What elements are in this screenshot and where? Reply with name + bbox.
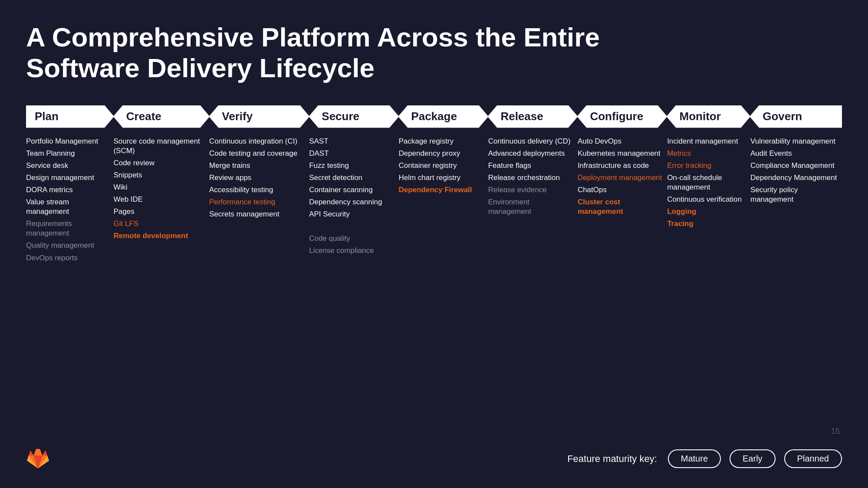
- list-item: Tracing: [667, 219, 746, 229]
- list-item: Deployment management: [578, 173, 663, 183]
- list-item: Snippets: [113, 170, 205, 180]
- list-item: Logging: [667, 207, 746, 216]
- page-container: A Comprehensive Platform Across the Enti…: [0, 0, 868, 488]
- list-item: DevOps reports: [26, 253, 109, 263]
- maturity-badge-planned[interactable]: Planned: [784, 449, 842, 468]
- list-item: Feature flags: [488, 161, 573, 170]
- lifecycle-container: Plan Create Verify Secure Package Releas…: [26, 105, 842, 438]
- maturity-key-label: Feature maturity key:: [567, 453, 657, 465]
- list-item: Design management: [26, 173, 109, 183]
- list-item: Source code management (SCM): [113, 137, 205, 156]
- phase-header-govern: Govern: [750, 105, 842, 128]
- phase-header-release: Release: [487, 105, 578, 128]
- list-item: Team Planning: [26, 149, 109, 158]
- phase-column-verify: Continuous integration (CI) Code testing…: [209, 137, 309, 438]
- list-item: Continuous integration (CI): [209, 137, 305, 146]
- maturity-badge-mature[interactable]: Mature: [668, 449, 721, 468]
- phase-headers: Plan Create Verify Secure Package Releas…: [26, 105, 842, 128]
- phase-header-create: Create: [113, 105, 210, 128]
- phase-header-configure: Configure: [577, 105, 667, 128]
- list-item: Continuous delivery (CD): [488, 137, 573, 146]
- maturity-key: Feature maturity key: Mature Early Plann…: [567, 449, 842, 468]
- list-item: Container scanning: [309, 185, 394, 195]
- list-item: Code review: [113, 158, 205, 168]
- list-item: Continuous verification: [667, 195, 746, 204]
- list-item: Release orchestration: [488, 173, 573, 183]
- list-item: Remote development: [113, 231, 205, 241]
- list-item: Secret detection: [309, 173, 394, 183]
- phase-columns: Portfolio Management Team Planning Servi…: [26, 137, 842, 438]
- list-item: Compliance Management: [750, 161, 838, 170]
- list-item: Advanced deployments: [488, 149, 573, 158]
- phase-column-govern: Vulnerability management Audit Events Co…: [750, 137, 842, 438]
- phase-header-monitor: Monitor: [666, 105, 750, 128]
- list-item: DAST: [309, 149, 394, 158]
- list-item: Accessibility testing: [209, 185, 305, 195]
- list-item: Auto DevOps: [578, 137, 663, 146]
- list-item: Helm chart registry: [398, 173, 483, 183]
- list-item: Pages: [113, 207, 205, 216]
- list-item: Git LFS: [113, 219, 205, 229]
- phase-column-secure: SAST DAST Fuzz testing Secret detection …: [309, 137, 398, 438]
- list-item: Web IDE: [113, 195, 205, 204]
- list-item: [309, 222, 394, 231]
- list-item: SAST: [309, 137, 394, 146]
- list-item: On-call schedule management: [667, 173, 746, 192]
- list-item: Performance testing: [209, 197, 305, 207]
- phase-header-plan: Plan: [26, 105, 114, 128]
- list-item: Wiki: [113, 183, 205, 192]
- list-item: Incident management: [667, 137, 746, 146]
- list-item: Security policy management: [750, 185, 838, 204]
- list-item: Vulnerability management: [750, 137, 838, 146]
- list-item: Dependency Management: [750, 173, 838, 183]
- list-item: Container registry: [398, 161, 483, 170]
- list-item: Requirements management: [26, 219, 109, 238]
- phase-header-secure: Secure: [309, 105, 399, 128]
- list-item: DORA metrics: [26, 185, 109, 195]
- list-item: Review apps: [209, 173, 305, 183]
- list-item: Error tracking: [667, 161, 746, 170]
- phase-column-configure: Auto DevOps Kubernetes management Infras…: [578, 137, 667, 438]
- list-item: API Security: [309, 210, 394, 219]
- phase-column-release: Continuous delivery (CD) Advanced deploy…: [488, 137, 578, 438]
- list-item: Dependency proxy: [398, 149, 483, 158]
- phase-column-create: Source code management (SCM) Code review…: [113, 137, 209, 438]
- list-item: Audit Events: [750, 149, 838, 158]
- phase-column-plan: Portfolio Management Team Planning Servi…: [26, 137, 113, 438]
- list-item: Merge trains: [209, 161, 305, 170]
- list-item: Dependency scanning: [309, 197, 394, 207]
- list-item: Code testing and coverage: [209, 149, 305, 158]
- list-item: Metrics: [667, 149, 746, 158]
- phase-header-package: Package: [398, 105, 488, 128]
- phase-header-verify: Verify: [209, 105, 309, 128]
- bottom-bar: Feature maturity key: Mature Early Plann…: [26, 447, 842, 471]
- list-item: Cluster cost management: [578, 197, 663, 216]
- list-item: License compliance: [309, 246, 394, 255]
- maturity-badge-early[interactable]: Early: [730, 449, 776, 468]
- list-item: Quality management: [26, 241, 109, 250]
- gitlab-logo: [26, 447, 50, 471]
- page-number: 15: [831, 427, 840, 436]
- list-item: Fuzz testing: [309, 161, 394, 170]
- list-item: Package registry: [398, 137, 483, 146]
- list-item: Portfolio Management: [26, 137, 109, 146]
- list-item: Dependency Firewall: [398, 185, 483, 195]
- list-item: Infrastructure as code: [578, 161, 663, 170]
- phase-column-monitor: Incident management Metrics Error tracki…: [667, 137, 750, 438]
- list-item: Kubernetes management: [578, 149, 663, 158]
- list-item: Service desk: [26, 161, 109, 170]
- phase-column-package: Package registry Dependency proxy Contai…: [398, 137, 488, 438]
- list-item: Secrets management: [209, 210, 305, 219]
- list-item: Value stream management: [26, 197, 109, 216]
- list-item: Code quality: [309, 234, 394, 243]
- list-item: Environment management: [488, 197, 573, 216]
- main-title: A Comprehensive Platform Across the Enti…: [26, 22, 634, 84]
- list-item: ChatOps: [578, 185, 663, 195]
- list-item: Release evidence: [488, 185, 573, 195]
